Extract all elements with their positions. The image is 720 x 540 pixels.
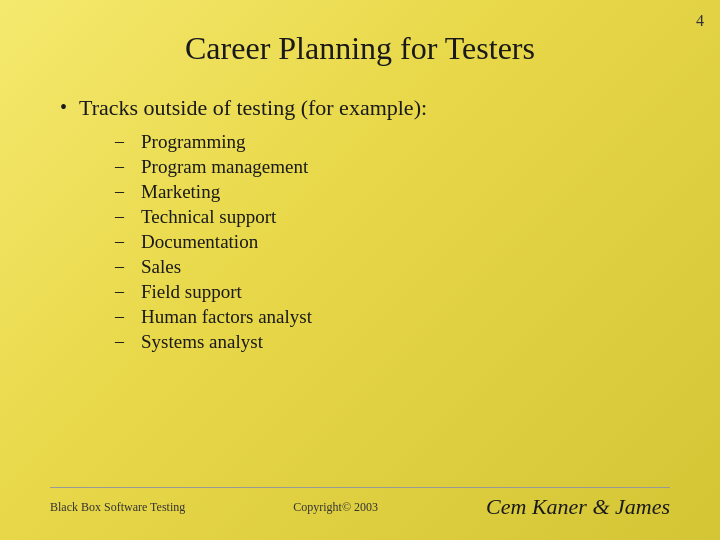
list-item-text: Programming: [141, 131, 246, 153]
dash-icon: –: [115, 131, 127, 152]
list-item-text: Sales: [141, 256, 181, 278]
footer: Black Box Software Testing Copyright© 20…: [50, 487, 670, 520]
footer-right: Cem Kaner & James: [486, 494, 670, 520]
list-item-text: Field support: [141, 281, 242, 303]
list-item: –Technical support: [115, 206, 670, 228]
list-item: –Programming: [115, 131, 670, 153]
sub-list: –Programming–Program management–Marketin…: [115, 131, 670, 353]
list-item-text: Documentation: [141, 231, 258, 253]
dash-icon: –: [115, 331, 127, 352]
main-bullet-text: Tracks outside of testing (for example):: [79, 95, 427, 121]
list-item-text: Human factors analyst: [141, 306, 312, 328]
footer-left: Black Box Software Testing: [50, 500, 185, 515]
dash-icon: –: [115, 281, 127, 302]
dash-icon: –: [115, 231, 127, 252]
list-item: –Human factors analyst: [115, 306, 670, 328]
list-item: –Marketing: [115, 181, 670, 203]
dash-icon: –: [115, 306, 127, 327]
main-bullet: • Tracks outside of testing (for example…: [60, 95, 670, 121]
footer-center: Copyright© 2003: [293, 500, 378, 515]
dash-icon: –: [115, 181, 127, 202]
dash-icon: –: [115, 206, 127, 227]
list-item-text: Systems analyst: [141, 331, 263, 353]
list-item-text: Technical support: [141, 206, 276, 228]
list-item: –Systems analyst: [115, 331, 670, 353]
list-item-text: Marketing: [141, 181, 220, 203]
list-item: –Field support: [115, 281, 670, 303]
bullet-icon: •: [60, 96, 67, 119]
dash-icon: –: [115, 256, 127, 277]
list-item-text: Program management: [141, 156, 308, 178]
slide-title: Career Planning for Testers: [50, 30, 670, 67]
list-item: –Sales: [115, 256, 670, 278]
list-item: –Program management: [115, 156, 670, 178]
page-number: 4: [696, 12, 704, 30]
content-area: • Tracks outside of testing (for example…: [50, 95, 670, 477]
dash-icon: –: [115, 156, 127, 177]
slide-container: 4 Career Planning for Testers • Tracks o…: [0, 0, 720, 540]
list-item: –Documentation: [115, 231, 670, 253]
